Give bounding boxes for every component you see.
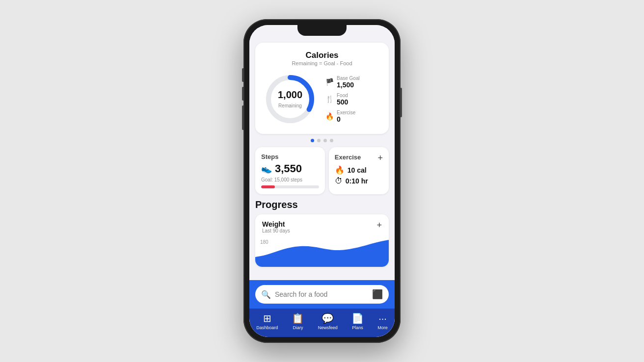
nav-diary[interactable]: 📋 Diary [292, 312, 304, 330]
nav-newsfeed[interactable]: 💬 Newsfeed [318, 312, 338, 330]
weight-title-group: Weight Last 90 days [262, 220, 290, 233]
exercise-value: 0 [337, 115, 355, 123]
stat-food: 🍴 Food 500 [325, 93, 381, 106]
page-dots [249, 139, 395, 142]
nav-more[interactable]: ··· More [377, 313, 388, 330]
steps-value: 3,550 [275, 162, 302, 175]
donut-chart: 1,000 Remaining [263, 72, 317, 126]
volume-down-button [242, 105, 243, 130]
exercise-header: Exercise + [335, 153, 383, 163]
base-goal-label: Base Goal [337, 76, 360, 81]
phone-screen: Calories Remaining = Goal - Food [249, 25, 395, 337]
nav-dashboard-label: Dashboard [256, 325, 278, 330]
volume-mute-button [242, 68, 243, 82]
food-info: Food 500 [337, 93, 348, 106]
clock-icon: ⏱ [335, 177, 343, 185]
power-button [401, 88, 402, 117]
bottom-nav: ⊞ Dashboard 📋 Diary 💬 Newsfeed 📄 Plans ·… [249, 309, 395, 337]
exercise-icon: 🔥 [325, 112, 334, 120]
exercise-info: Exercise 0 [337, 110, 355, 123]
steps-card: Steps 👟 3,550 Goal: 15,000 steps [255, 147, 325, 194]
dot-1[interactable] [311, 139, 314, 142]
phone-frame: Calories Remaining = Goal - Food [243, 19, 401, 343]
weight-header: Weight Last 90 days + [255, 214, 389, 237]
stat-base-goal: 🏴 Base Goal 1,500 [325, 76, 381, 89]
nav-plans[interactable]: 📄 Plans [351, 312, 364, 330]
search-bar[interactable]: 🔍 ⬛ [255, 285, 389, 304]
weight-add-button[interactable]: + [376, 220, 382, 231]
nav-diary-label: Diary [293, 325, 303, 330]
exercise-label: Exercise [337, 110, 355, 115]
exercise-time-row: ⏱ 0:10 hr [335, 177, 383, 185]
stat-exercise: 🔥 Exercise 0 [325, 110, 381, 123]
calories-title: Calories [263, 51, 381, 60]
more-icon: ··· [378, 313, 387, 324]
weight-title: Weight [262, 220, 290, 228]
diary-icon: 📋 [292, 312, 304, 324]
steps-icon: 👟 [261, 163, 272, 174]
donut-center: 1,000 Remaining [278, 89, 302, 109]
nav-newsfeed-label: Newsfeed [318, 325, 338, 330]
calories-stats: 🏴 Base Goal 1,500 🍴 Food 500 [325, 76, 381, 123]
nav-dashboard[interactable]: ⊞ Dashboard [256, 312, 278, 330]
exercise-time-value: 0:10 hr [346, 177, 368, 185]
scroll-area[interactable]: Calories Remaining = Goal - Food [249, 25, 395, 280]
base-goal-value: 1,500 [337, 81, 360, 89]
weight-chart: 180 [255, 237, 389, 267]
dot-4[interactable] [330, 139, 333, 142]
screen-content: Calories Remaining = Goal - Food [249, 25, 395, 337]
flag-icon: 🏴 [325, 78, 334, 86]
steps-progress-fill [261, 185, 275, 188]
remaining-value: 1,000 [278, 89, 302, 101]
food-value: 500 [337, 98, 348, 106]
calories-card: Calories Remaining = Goal - Food [255, 43, 389, 134]
nav-plans-label: Plans [352, 325, 363, 330]
steps-title: Steps [261, 153, 319, 160]
dot-3[interactable] [323, 139, 327, 142]
dashboard-icon: ⊞ [263, 312, 271, 324]
progress-section: Progress Weight Last 90 days + 180 [255, 199, 389, 267]
search-bar-section: 🔍 ⬛ [249, 280, 395, 309]
exercise-add-button[interactable]: + [377, 153, 383, 163]
calories-subtitle: Remaining = Goal - Food [263, 60, 381, 66]
search-input[interactable] [275, 290, 368, 298]
base-goal-info: Base Goal 1,500 [337, 76, 360, 89]
exercise-cal-value: 10 cal [348, 166, 367, 174]
steps-progress-bar [261, 185, 319, 188]
phone-notch [297, 25, 347, 36]
barcode-icon[interactable]: ⬛ [372, 289, 383, 300]
dot-2[interactable] [317, 139, 321, 142]
exercise-card: Exercise + 🔥 10 cal ⏱ 0:10 hr [329, 147, 389, 194]
food-icon: 🍴 [325, 95, 334, 103]
activity-row: Steps 👟 3,550 Goal: 15,000 steps [255, 147, 389, 194]
exercise-cal-row: 🔥 10 cal [335, 165, 383, 175]
search-icon: 🔍 [261, 290, 271, 299]
steps-main: 👟 3,550 [261, 162, 319, 175]
weight-subtitle: Last 90 days [262, 228, 290, 233]
exercise-title: Exercise [335, 154, 361, 161]
steps-goal: Goal: 15,000 steps [261, 177, 319, 182]
progress-heading: Progress [255, 199, 389, 210]
weight-card: Weight Last 90 days + 180 [255, 214, 389, 267]
food-label: Food [337, 93, 348, 98]
newsfeed-icon: 💬 [322, 312, 334, 324]
remaining-label: Remaining [278, 103, 302, 108]
plans-icon: 📄 [351, 312, 364, 324]
volume-up-button [242, 87, 243, 101]
calories-body: 1,000 Remaining 🏴 Base Goal 1,500 [263, 72, 381, 126]
fire-icon: 🔥 [335, 165, 345, 175]
nav-more-label: More [377, 325, 388, 330]
